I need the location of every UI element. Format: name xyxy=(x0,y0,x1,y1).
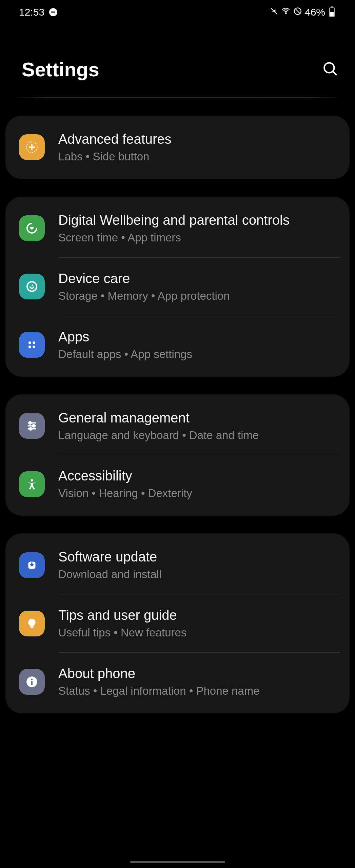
no-signal-icon xyxy=(293,6,302,18)
item-title: Digital Wellbeing and parental controls xyxy=(58,212,340,229)
svg-rect-21 xyxy=(31,627,34,628)
svg-point-8 xyxy=(27,282,37,291)
item-title: Apps xyxy=(58,328,340,345)
item-accessibility[interactable]: Accessibility Vision • Hearing • Dexteri… xyxy=(5,455,350,513)
svg-rect-24 xyxy=(31,681,33,685)
svg-point-10 xyxy=(33,341,35,344)
settings-group: General management Language and keyboard… xyxy=(5,394,350,516)
svg-point-19 xyxy=(31,479,33,481)
item-text: Digital Wellbeing and parental controls … xyxy=(58,212,340,245)
item-text: About phone Status • Legal information •… xyxy=(58,665,340,698)
svg-point-12 xyxy=(33,346,35,348)
svg-point-16 xyxy=(33,425,35,427)
item-sub: Labs • Side button xyxy=(58,150,340,164)
item-sub: Storage • Memory • App protection xyxy=(58,289,340,303)
wifi-icon xyxy=(281,6,291,18)
item-text: Apps Default apps • App settings xyxy=(58,328,340,362)
status-left: 12:53 xyxy=(19,6,57,18)
nav-handle[interactable] xyxy=(130,861,225,863)
item-about-phone[interactable]: About phone Status • Legal information •… xyxy=(5,653,350,711)
item-text: General management Language and keyboard… xyxy=(58,409,340,443)
svg-line-0 xyxy=(271,8,277,14)
svg-point-23 xyxy=(31,678,33,680)
svg-point-1 xyxy=(285,13,286,14)
item-text: Device care Storage • Memory • App prote… xyxy=(58,270,340,303)
status-bar: 12:53 46% xyxy=(0,0,355,24)
item-title: About phone xyxy=(58,665,340,682)
dnd-icon xyxy=(49,8,57,16)
general-management-icon xyxy=(19,413,45,439)
item-title: Tips and user guide xyxy=(58,607,340,624)
search-button[interactable] xyxy=(322,60,339,79)
advanced-features-icon xyxy=(19,134,45,160)
svg-line-5 xyxy=(333,72,336,75)
about-phone-icon xyxy=(19,669,45,695)
device-care-icon xyxy=(19,274,45,299)
header: Settings xyxy=(0,24,355,97)
item-title: General management xyxy=(58,409,340,426)
settings-group: Advanced features Labs • Side button xyxy=(5,116,350,179)
settings-group: Digital Wellbeing and parental controls … xyxy=(5,197,350,377)
item-tips[interactable]: Tips and user guide Useful tips • New fe… xyxy=(5,594,350,652)
digital-wellbeing-icon xyxy=(19,215,45,241)
accessibility-icon xyxy=(19,471,45,497)
item-title: Accessibility xyxy=(58,467,340,484)
item-sub: Download and install xyxy=(58,567,340,582)
tips-icon xyxy=(19,611,45,636)
item-general-management[interactable]: General management Language and keyboard… xyxy=(5,397,350,455)
header-divider xyxy=(14,97,341,98)
software-update-icon xyxy=(19,552,45,578)
item-text: Advanced features Labs • Side button xyxy=(58,131,340,164)
status-right: 46% xyxy=(270,6,335,18)
svg-line-3 xyxy=(295,9,300,13)
item-digital-wellbeing[interactable]: Digital Wellbeing and parental controls … xyxy=(5,199,350,257)
battery-percent: 46% xyxy=(305,6,325,18)
search-icon xyxy=(322,60,339,77)
item-title: Software update xyxy=(58,548,340,565)
svg-point-4 xyxy=(324,63,334,73)
svg-point-14 xyxy=(29,422,31,424)
item-software-update[interactable]: Software update Download and install xyxy=(5,536,350,594)
svg-point-9 xyxy=(28,341,31,344)
svg-point-18 xyxy=(29,428,32,430)
item-sub: Status • Legal information • Phone name xyxy=(58,684,340,698)
item-sub: Useful tips • New features xyxy=(58,626,340,640)
item-advanced-features[interactable]: Advanced features Labs • Side button xyxy=(5,118,350,176)
mute-icon xyxy=(270,6,278,18)
apps-icon xyxy=(19,332,45,358)
item-text: Tips and user guide Useful tips • New fe… xyxy=(58,607,340,640)
item-device-care[interactable]: Device care Storage • Memory • App prote… xyxy=(5,258,350,316)
item-text: Software update Download and install xyxy=(58,548,340,582)
item-title: Device care xyxy=(58,270,340,287)
item-apps[interactable]: Apps Default apps • App settings xyxy=(5,316,350,374)
item-sub: Vision • Hearing • Dexterity xyxy=(58,486,340,501)
item-sub: Default apps • App settings xyxy=(58,347,340,362)
item-title: Advanced features xyxy=(58,131,340,147)
status-time: 12:53 xyxy=(19,6,44,18)
item-text: Accessibility Vision • Hearing • Dexteri… xyxy=(58,467,340,501)
battery-icon xyxy=(329,7,335,17)
settings-group: Software update Download and install Tip… xyxy=(5,533,350,713)
page-title: Settings xyxy=(22,58,99,81)
svg-point-11 xyxy=(28,346,31,348)
item-sub: Language and keyboard • Date and time xyxy=(58,428,340,443)
item-sub: Screen time • App timers xyxy=(58,231,340,245)
